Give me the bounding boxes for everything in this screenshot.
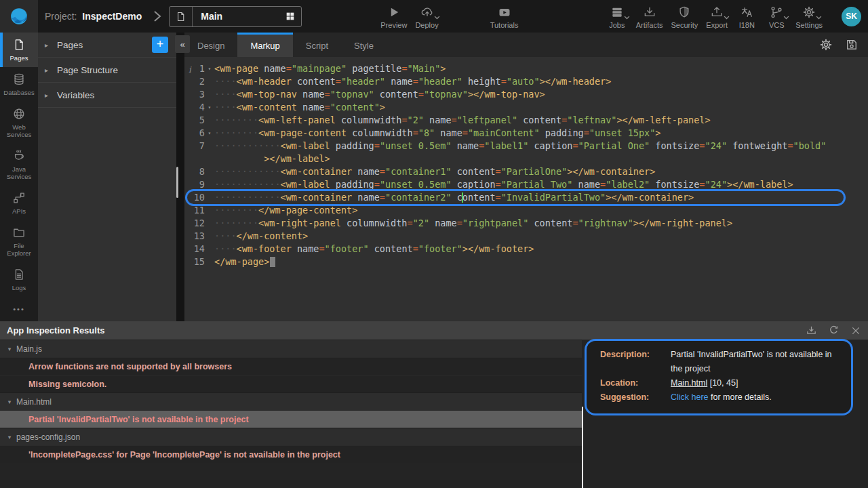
jobs-button[interactable]: Jobs: [602, 2, 632, 31]
code-text: ········<wm-left-panel columnwidth="2" n…: [214, 114, 868, 127]
code-line[interactable]: 10············<wm-container name="contai…: [184, 191, 868, 204]
line-number: 4: [184, 101, 205, 114]
code-line[interactable]: 14····<wm-footer name="footer" content="…: [184, 243, 868, 256]
fold-gutter: [205, 230, 214, 243]
line-number: 10: [184, 191, 205, 204]
code-line[interactable]: 4▾····<wm-content name="content">: [184, 101, 868, 114]
code-line[interactable]: 7············<wm-label padding="unset 0.…: [184, 140, 868, 152]
code-line[interactable]: ></wm-label>: [184, 152, 868, 165]
coffee-icon: [12, 149, 26, 163]
inspection-issue[interactable]: Partial 'InvalidPartialTwo' is not avail…: [0, 410, 582, 428]
sidebar-more-button[interactable]: •••: [0, 305, 38, 313]
inspection-issue[interactable]: Arrow functions are not supported by all…: [0, 357, 582, 375]
inspection-issue[interactable]: Missing semicolon.: [0, 375, 582, 392]
code-line[interactable]: 15</wm-page>: [184, 256, 868, 268]
tab-markup[interactable]: Markup: [237, 33, 292, 57]
download-icon[interactable]: [806, 325, 817, 336]
database-icon: [12, 73, 26, 86]
code-line[interactable]: 11········</wm-page-content>: [184, 204, 868, 217]
code-editor[interactable]: i 1▾<wm-page name="mainpage" pagetitle="…: [184, 57, 868, 321]
explorer-section-label: Pages: [57, 40, 152, 50]
tab-style[interactable]: Style: [341, 33, 387, 57]
chevron-right-icon[interactable]: [153, 9, 162, 23]
add-page-button[interactable]: +: [152, 37, 168, 53]
line-number: [184, 152, 205, 165]
inspection-group-main-js[interactable]: ▾Main.js: [0, 340, 582, 357]
sidebar-item-label: Java Services: [1, 165, 37, 180]
line-number: 1: [184, 62, 205, 75]
wavemaker-logo[interactable]: [0, 0, 38, 33]
sidebar-item-web-services[interactable]: Web Services: [0, 102, 38, 144]
explorer-section-label: Variables: [57, 90, 170, 100]
fold-arrow-icon[interactable]: ▾: [205, 101, 214, 114]
inspection-issue[interactable]: 'IncompletePage.css' for Page 'Incomplet…: [0, 445, 582, 463]
expand-arrow-icon[interactable]: ▸: [45, 41, 57, 49]
fold-gutter: [205, 140, 214, 152]
code-line[interactable]: 3····<wm-top-nav name="topnav" content="…: [184, 88, 868, 101]
user-avatar[interactable]: SK: [842, 7, 861, 26]
tab-script[interactable]: Script: [293, 33, 341, 57]
project-name: InspectDemo: [82, 11, 142, 22]
fold-arrow-icon[interactable]: ▾: [205, 127, 214, 140]
markup-settings-gear-icon[interactable]: [819, 38, 833, 52]
code-text: ········</wm-page-content>: [214, 204, 868, 217]
preview-button[interactable]: Preview: [376, 2, 411, 31]
fold-gutter: [205, 191, 214, 204]
collapse-arrow-icon[interactable]: ▾: [3, 399, 16, 405]
panel-scrollbar-thumb[interactable]: [176, 167, 178, 198]
expand-arrow-icon[interactable]: ▸: [45, 66, 57, 74]
explorer-section-variables[interactable]: ▸Variables: [38, 83, 176, 108]
suggestion-value: Click here for more details.: [671, 390, 839, 405]
i18n-button[interactable]: I18N: [732, 2, 762, 31]
code-line[interactable]: 8············<wm-container name="contain…: [184, 165, 868, 178]
inspection-group-main-html[interactable]: ▾Main.html: [0, 392, 582, 410]
settings-icon: [802, 5, 816, 19]
explorer-section-label: Page Structure: [57, 65, 170, 75]
code-line[interactable]: 12········<wm-right-panel columnwidth="2…: [184, 217, 868, 230]
code-line[interactable]: 5········<wm-left-panel columnwidth="2" …: [184, 114, 868, 127]
export-button[interactable]: Export: [702, 2, 732, 31]
project-indicator: Project: InspectDemo: [45, 11, 142, 22]
sidebar-item-pages[interactable]: Pages: [0, 33, 38, 67]
location-file-link[interactable]: Main.html: [671, 378, 707, 388]
close-icon[interactable]: [850, 325, 861, 336]
tutorials-button[interactable]: Tutorials: [486, 2, 523, 31]
deploy-button[interactable]: Deploy: [411, 2, 442, 31]
code-text: ····<wm-top-nav name="topnav" content="t…: [214, 88, 868, 101]
collapse-arrow-icon[interactable]: ▾: [3, 346, 16, 352]
tab-design[interactable]: Design: [184, 33, 237, 57]
suggestion-rest: for more details.: [709, 392, 772, 402]
code-line[interactable]: 1▾<wm-page name="mainpage" pagetitle="Ma…: [184, 62, 868, 75]
grid-icon[interactable]: [279, 11, 301, 22]
explorer-section-pages[interactable]: ▸Pages+: [38, 33, 176, 58]
page-selector[interactable]: Main: [169, 6, 302, 27]
settings-label: Settings: [795, 21, 823, 29]
collapse-panel-button[interactable]: «: [175, 35, 190, 53]
sidebar-item-apis[interactable]: APIs: [0, 186, 38, 220]
inspection-results-list: ▾Main.jsArrow functions are not supporte…: [0, 340, 582, 463]
code-line[interactable]: 13····</wm-content>: [184, 230, 868, 243]
save-icon[interactable]: [845, 38, 859, 52]
expand-arrow-icon[interactable]: ▸: [45, 92, 57, 99]
fold-arrow-icon[interactable]: ▾: [205, 62, 214, 75]
sidebar-item-file-explorer[interactable]: File Explorer: [0, 220, 38, 262]
artifacts-button[interactable]: Artifacts: [632, 2, 667, 31]
refresh-icon[interactable]: [828, 325, 840, 336]
explorer-section-page-structure[interactable]: ▸Page Structure: [38, 58, 176, 83]
sidebar-item-java-services[interactable]: Java Services: [0, 144, 38, 186]
code-line[interactable]: 6▾········<wm-page-content columnwidth="…: [184, 127, 868, 140]
code-line[interactable]: 9············<wm-label padding="unset 0.…: [184, 178, 868, 191]
collapse-arrow-icon[interactable]: ▾: [3, 434, 16, 441]
sidebar-item-databases[interactable]: Databases: [0, 67, 38, 102]
click-here-link[interactable]: Click here: [671, 392, 709, 402]
fold-gutter: [205, 152, 214, 165]
vcs-button[interactable]: VCS: [762, 2, 791, 31]
inspection-group-pages-config-json[interactable]: ▾pages-config.json: [0, 428, 582, 445]
security-button[interactable]: Security: [667, 2, 703, 31]
sidebar-item-logs[interactable]: Logs: [0, 262, 38, 297]
code-line[interactable]: 2····<wm-header content="header" name="h…: [184, 75, 868, 88]
artifacts-label: Artifacts: [636, 21, 663, 29]
code-text: ····<wm-footer name="footer" content="fo…: [214, 243, 868, 256]
settings-button[interactable]: Settings: [791, 2, 827, 31]
logs-icon: [12, 268, 26, 281]
